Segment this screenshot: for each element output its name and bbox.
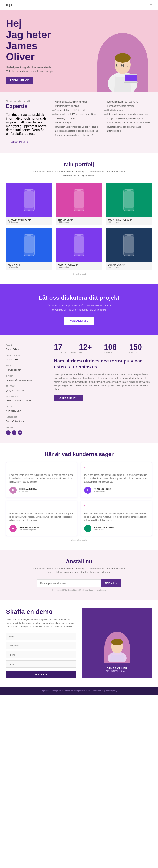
portfolio-card-sub: UI/Ux design <box>108 266 150 268</box>
portfolio-card-info: YOGA PRACTICE APP UI/Ux design <box>106 217 152 225</box>
avatar: C <box>9 487 17 494</box>
twitter-icon[interactable]: t <box>12 430 16 435</box>
hire-section: Anställ nu Lorem ipsum dolor sit amet, c… <box>0 550 158 599</box>
portfolio-card-info: CROWDFUNDING APP UI/Ux design <box>6 217 52 225</box>
testimonial-card: " Proin sed libero enim sed faucibus tur… <box>6 501 77 536</box>
portfolio-card-title: TRÄNINGSAPP <box>58 219 100 221</box>
author-info: FRANK KINNEY Finansdirektör <box>93 488 111 492</box>
portfolio-card[interactable]: CROWDFUNDING APP UI/Ux design <box>6 183 52 225</box>
demo-phone-input[interactable] <box>6 651 76 658</box>
avatar: F <box>84 487 91 494</box>
stats-headline: Nam ultrices ultrices nec tortor pulvina… <box>54 358 152 370</box>
svg-rect-30 <box>124 237 133 253</box>
portfolio-card[interactable]: TRÄNINGSAPP UI/Ux design <box>56 183 103 225</box>
portfolio-description: Lorem ipsum dolor sit amet, consectetur … <box>29 170 129 177</box>
svg-rect-18 <box>124 191 133 208</box>
portfolio-card[interactable]: BOKNINGSAPP UI/Ux design <box>106 228 152 270</box>
skills-list-item: Webbplatsdesign och aveckling <box>104 100 152 104</box>
svg-point-31 <box>128 254 129 256</box>
skills-list-item: Varumärkesutveckling och vatten <box>52 100 100 104</box>
demo-submit-button[interactable]: SKICKA IN <box>6 671 76 678</box>
years-stat: 12+ ÅR ÅR <box>79 343 102 354</box>
svg-rect-22 <box>25 237 34 253</box>
cta-section: Låt oss diskutera ditt projekt Låt oss v… <box>0 284 158 335</box>
skills-list-item: Streaming och radio <box>52 117 100 121</box>
stats-description: Lorem ipsum quisque a dictum non nunc co… <box>54 373 152 392</box>
instagram-icon[interactable]: in <box>18 430 22 435</box>
svg-point-19 <box>128 210 129 211</box>
contact-button[interactable]: KONTAKTA MIG <box>64 317 94 324</box>
avatar: P <box>9 525 17 532</box>
hire-submit-button[interactable]: SKICKA IN <box>101 579 121 587</box>
projects-stat: 150 PROJEKT <box>129 343 152 354</box>
portfolio-credit: Bild: Zak Freepik <box>6 273 152 275</box>
demo-title: Skaffa en demo <box>6 608 76 615</box>
demo-company-input[interactable] <box>6 642 76 649</box>
name-field: NAMN James Oliver <box>6 343 48 351</box>
testimonials-section: Här är vad kunderna säger " Proin sed li… <box>0 442 158 550</box>
hero-description: UI-designer, fotograf och reserverationi… <box>6 65 56 73</box>
testimonial-author: P PHOEBE NELSON Marknadsföringschef <box>9 525 74 532</box>
portfolio-card[interactable]: MEDITATIONSAPP UI/Ux design <box>56 228 103 270</box>
testimonials-grid: " Proin sed libero enim sed faucibus tur… <box>6 462 152 536</box>
author-info: PHOEBE NELSON Marknadsföringschef <box>19 526 39 531</box>
location-field: PLATS New York, USA <box>6 405 48 413</box>
skills-intro-col: MINA FÄRDIGHETER Expertis Tuli decennae … <box>6 100 48 145</box>
hire-email-input[interactable] <box>37 579 101 587</box>
testimonial-author: F FRANK KINNEY Finansdirektör <box>84 487 149 494</box>
facebook-icon[interactable]: f <box>6 430 10 435</box>
skills-list-col3: Webbplatsdesign och avecklingKundhanteri… <box>104 100 152 145</box>
skills-list-item: Efterbearbetning av omvandlingsprocesser <box>104 112 152 117</box>
demo-form: SKICKA IN <box>6 632 76 678</box>
svg-rect-14 <box>74 191 84 208</box>
svg-rect-26 <box>74 237 84 253</box>
demo-description: Lorem dolor sit amet, consectetur adipis… <box>6 618 76 628</box>
svg-point-2 <box>115 53 131 63</box>
hire-hint: Inget spam tillåts, Klicka länken för at… <box>6 589 152 591</box>
author-info: CELIA ALMEIDA VD Klining <box>19 488 37 492</box>
svg-rect-28 <box>77 235 81 236</box>
portfolio-card[interactable]: MUSIK APP UI/Ux design <box>6 228 52 270</box>
svg-rect-8 <box>124 82 139 83</box>
skills-list-item: Identitetsdesign <box>104 108 152 113</box>
hamburger-menu-icon[interactable]: ≡ <box>150 3 152 7</box>
testimonial-text: Proin sed libero enim sed faucibus turpi… <box>84 473 149 484</box>
cta-description: Låt oss veta ditt projektide och få grat… <box>41 304 117 312</box>
svg-point-15 <box>78 210 80 211</box>
quote-icon: " <box>84 466 149 472</box>
demo-name-input[interactable] <box>6 632 76 640</box>
svg-rect-10 <box>25 191 34 208</box>
portfolio-card-sub: UI/Ux design <box>108 221 150 223</box>
stats-section: NAMN James Oliver FÖDELSEDAG 23. 04. 198… <box>0 335 158 442</box>
demo-person-avatar <box>105 632 130 663</box>
portfolio-card-sub: UI/Ux design <box>58 221 100 223</box>
demo-person-name: JAMES OLIVER <box>107 667 127 670</box>
footer: Copyright © 2022 | Click to remove this … <box>0 687 158 695</box>
website-field: WEBBPLATS WWW.SOMEWEBSITE.COM <box>6 394 48 403</box>
svg-rect-16 <box>77 190 81 191</box>
download-cv-button-stats[interactable]: LADDA NER CV <box>54 395 83 401</box>
testimonials-credit: Bilder från Freepik <box>6 539 152 541</box>
hero-text-block: Hej Jag heter James Oliver UI-designer, … <box>6 18 97 92</box>
demo-email-input[interactable] <box>6 660 76 668</box>
svg-rect-12 <box>27 190 31 191</box>
contact-info-col: NAMN James Oliver FÖDELSEDAG 23. 04. 198… <box>6 343 48 435</box>
testimonial-text: Proin sed libero enim sed faucibus turpi… <box>84 512 149 522</box>
clients-stat: 108 KUNDER <box>104 343 127 354</box>
svg-rect-24 <box>27 235 31 236</box>
portfolio-card-info: TRÄNINGSAPP UI/Ux design <box>56 217 103 225</box>
skills-list-item: E-postmarknadsföring, design och checkin… <box>52 129 100 133</box>
cta-title: Låt oss diskutera ditt projekt <box>6 294 152 301</box>
skills-list-item: Digital video och TV, inklusive Super Bo… <box>52 112 100 117</box>
email-field-info: E-POST DESIGNER@EXAMPLE.COM <box>6 374 48 382</box>
portfolio-card[interactable]: YOGA PRACTICE APP UI/Ux design <box>106 183 152 225</box>
portfolio-grid: CROWDFUNDING APP UI/Ux design TRÄNINGSAP… <box>6 183 152 270</box>
svg-point-35 <box>111 639 123 646</box>
author-role: Marknadsföringschef <box>19 529 39 531</box>
hire-title: Anställ nu <box>6 558 152 565</box>
skills-cta-button[interactable]: ÅTKOPPTTA ↓ <box>6 138 32 145</box>
download-cv-button-hero[interactable]: LADDA NER CV <box>6 77 33 84</box>
portfolio-title: Min portfölj <box>6 161 152 168</box>
portfolio-section: Min portfölj Lorem ipsum dolor sit amet,… <box>0 153 158 284</box>
skills-list-item: Skärminställning: SEO & SEM <box>52 108 100 113</box>
